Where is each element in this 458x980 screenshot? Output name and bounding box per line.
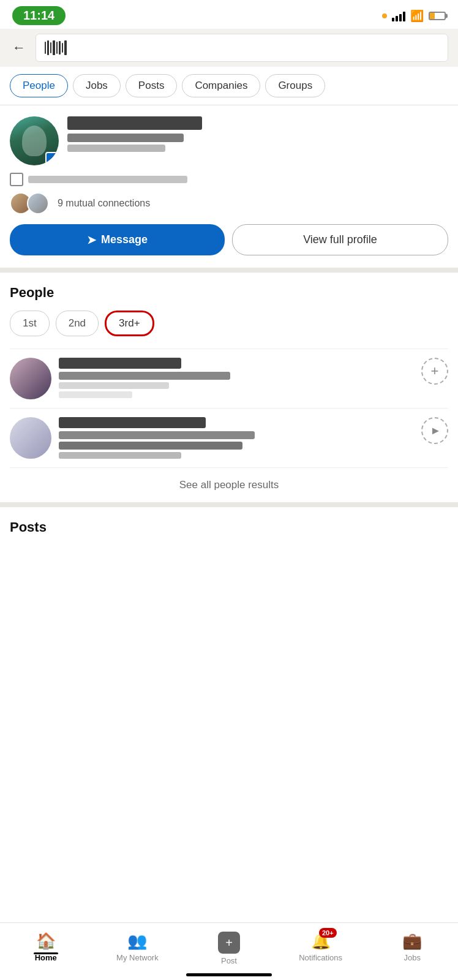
jobs-icon: 💼: [402, 932, 422, 951]
person-info-1: [59, 358, 414, 398]
person-title-blurred-1: [59, 372, 230, 380]
location-row: [10, 173, 448, 186]
nav-home[interactable]: 🏠 Home: [0, 929, 92, 968]
filter-tabs: People Jobs Posts Companies Groups: [0, 67, 458, 105]
person-sub-blurred-2: [59, 442, 242, 450]
tab-groups[interactable]: Groups: [265, 74, 325, 97]
degree-filter-2nd[interactable]: 2nd: [56, 311, 99, 336]
bottom-nav: 🏠 Home 👥 My Network + Post 🔔 20+ Notific…: [0, 922, 458, 980]
signal-bars-icon: [392, 10, 405, 21]
tab-posts[interactable]: Posts: [126, 74, 178, 97]
nav-jobs[interactable]: 💼 Jobs: [366, 929, 458, 968]
my-network-icon: 👥: [127, 932, 147, 951]
list-item: ►: [10, 408, 448, 467]
home-indicator: [186, 973, 272, 976]
degree-filters: 1st 2nd 3rd+: [10, 311, 448, 336]
posts-section-title: Posts: [10, 519, 448, 535]
connect-button-1[interactable]: +: [421, 358, 448, 385]
person-name-blurred-1: [59, 358, 181, 369]
notifications-icon: 🔔 20+: [311, 932, 331, 951]
mutual-avatars: [10, 192, 44, 214]
posts-section: Posts: [0, 507, 458, 535]
wifi-icon: 📶: [410, 9, 424, 23]
nav-notifications[interactable]: 🔔 20+ Notifications: [275, 929, 367, 968]
avatar: [10, 116, 59, 165]
profile-info: [67, 116, 448, 165]
back-button[interactable]: ←: [10, 37, 28, 58]
search-input[interactable]: [36, 34, 448, 62]
profile-title-blurred: [67, 134, 184, 142]
nav-home-label: Home: [35, 953, 57, 962]
location-icon: [10, 173, 23, 186]
mutual-avatar-2: [27, 192, 49, 214]
battery-icon: [429, 12, 446, 20]
person-info-2: [59, 417, 414, 459]
profile-actions: ➤ Message View full profile: [10, 224, 448, 255]
profile-subtitle-blurred: [67, 145, 165, 152]
plus-icon: +: [431, 363, 439, 379]
profile-card: 9 mutual connections ➤ Message View full…: [0, 105, 458, 273]
person-title-blurred-2: [59, 431, 255, 439]
tab-companies[interactable]: Companies: [182, 74, 260, 97]
list-item: +: [10, 349, 448, 408]
view-profile-button[interactable]: View full profile: [232, 224, 448, 255]
message-button[interactable]: ➤ Message: [10, 224, 225, 255]
person-extra-blurred-2: [59, 452, 181, 459]
mutual-connections: 9 mutual connections: [10, 192, 448, 214]
profile-header: [10, 116, 448, 165]
nav-my-network-label: My Network: [116, 953, 159, 962]
nav-post-label: Post: [221, 956, 237, 965]
person-avatar-2: [10, 417, 51, 459]
tab-people[interactable]: People: [10, 74, 68, 97]
nav-my-network[interactable]: 👥 My Network: [92, 929, 184, 968]
degree-filter-1st[interactable]: 1st: [10, 311, 50, 336]
play-icon: ►: [430, 424, 441, 437]
mutual-count: 9 mutual connections: [58, 198, 150, 209]
people-section: People 1st 2nd 3rd+ + ► See all people r: [0, 273, 458, 507]
nav-jobs-label: Jobs: [404, 953, 420, 962]
nav-post[interactable]: + Post: [183, 929, 275, 968]
notification-badge: 20+: [319, 928, 337, 938]
notification-dot: [382, 13, 387, 18]
profile-badge-icon: [45, 152, 58, 164]
post-icon: +: [218, 932, 240, 954]
person-extra-blurred-1: [59, 391, 132, 398]
status-icons: 📶: [382, 9, 446, 23]
send-icon: ➤: [87, 233, 96, 247]
status-bar: 11:14 📶: [0, 0, 458, 29]
tab-jobs[interactable]: Jobs: [73, 74, 121, 97]
profile-name-blurred: [67, 116, 202, 130]
person-sub-blurred-1: [59, 382, 169, 389]
search-bar-area: ←: [0, 29, 458, 67]
barcode-icon: [45, 40, 67, 55]
people-section-title: People: [10, 285, 448, 301]
nav-notifications-label: Notifications: [299, 953, 342, 962]
status-time: 11:14: [12, 6, 66, 25]
home-active-indicator: [34, 952, 58, 954]
degree-filter-3rd[interactable]: 3rd+: [105, 311, 154, 336]
follow-button-2[interactable]: ►: [421, 417, 448, 444]
see-all-people-button[interactable]: See all people results: [10, 467, 448, 502]
person-avatar-1: [10, 358, 51, 399]
person-name-blurred-2: [59, 417, 206, 428]
home-icon: 🏠: [36, 932, 56, 951]
location-text-blurred: [28, 176, 187, 183]
